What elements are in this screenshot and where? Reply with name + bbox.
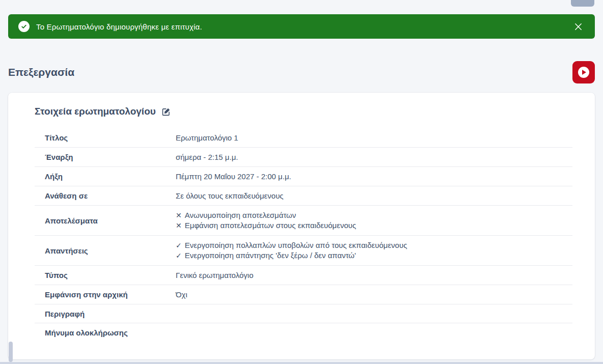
detail-row: Μήνυμα ολοκλήρωσης <box>35 323 572 342</box>
detail-row: Έναρξη σήμερα - 2:15 μ.μ. <box>35 148 572 167</box>
detail-value-line: σήμερα - 2:15 μ.μ. <box>176 152 572 162</box>
detail-label: Τύπος <box>45 271 176 279</box>
detail-row: Τύπος Γενικό ερωτηματολόγιο <box>35 266 572 285</box>
page-header: Επεξεργασία <box>8 57 595 88</box>
detail-value: Πέμπτη 20 Μαΐου 2027 - 2:00 μ.μ. <box>176 172 572 181</box>
detail-value-text: Ενεργοποίηση πολλαπλών υποβολών από τους… <box>185 240 407 250</box>
detail-value-text: σήμερα - 2:15 μ.μ. <box>176 152 238 162</box>
detail-value-line: Γενικό ερωτηματολόγιο <box>176 270 572 280</box>
detail-label: Περιγραφή <box>45 310 176 318</box>
detail-row: Εμφάνιση στην αρχική Όχι <box>35 285 572 304</box>
detail-value: ✓Ενεργοποίηση πολλαπλών υποβολών από του… <box>176 240 572 261</box>
detail-value-text: Ενεργοποίηση απάντησης 'δεν ξέρω / δεν α… <box>185 250 356 260</box>
check-mark-icon: ✓ <box>176 241 182 250</box>
detail-label: Μήνυμα ολοκλήρωσης <box>45 328 176 337</box>
detail-label: Τίτλος <box>45 133 176 142</box>
detail-value-line: Σε όλους τους εκπαιδευόμενους <box>176 191 572 201</box>
detail-value-text: Όχι <box>176 290 187 299</box>
cut-off-top-button[interactable] <box>571 0 594 7</box>
detail-label: Έναρξη <box>45 153 176 161</box>
detail-value: Όχι <box>176 290 572 299</box>
detail-value-text: Γενικό ερωτηματολόγιο <box>176 270 253 280</box>
detail-value: Σε όλους τους εκπαιδευόμενους <box>176 191 572 201</box>
detail-value-text: Εμφάνιση αποτελεσμάτων στους εκπαιδευόμε… <box>185 220 356 230</box>
detail-row: Τίτλος Ερωτηματολόγιο 1 <box>35 128 572 148</box>
check-mark-icon: ✓ <box>176 251 182 261</box>
detail-label: Απαντήσεις <box>45 246 176 255</box>
play-icon <box>578 67 589 78</box>
detail-value-line: ✕Ανωνυμοποίηση αποτελεσμάτων <box>176 210 572 220</box>
detail-label: Αποτελέσματα <box>45 216 176 225</box>
card-title-row: Στοιχεία ερωτηματολογίου <box>35 106 572 117</box>
card-title: Στοιχεία ερωτηματολογίου <box>35 106 156 117</box>
close-icon <box>574 22 583 31</box>
detail-value-line: Ερωτηματολόγιο 1 <box>176 133 572 143</box>
detail-value-line: ✓Ενεργοποίηση απάντησης 'δεν ξέρω / δεν … <box>176 250 572 261</box>
left-edge-scrollbar-thumb <box>9 342 13 362</box>
banner-message: Το Ερωτηματολόγιο δημιουργήθηκε με επιτυ… <box>36 22 202 31</box>
detail-value-text: Σε όλους τους εκπαιδευόμενους <box>176 191 284 201</box>
detail-value: ✕Ανωνυμοποίηση αποτελεσμάτων✕Εμφάνιση απ… <box>176 210 572 231</box>
pencil-square-icon <box>162 107 171 116</box>
details-table: Τίτλος Ερωτηματολόγιο 1 Έναρξη σήμερα - … <box>35 128 572 342</box>
close-button[interactable] <box>571 20 585 33</box>
detail-value-text: Ανωνυμοποίηση αποτελεσμάτων <box>185 210 296 220</box>
detail-value-line: Πέμπτη 20 Μαΐου 2027 - 2:00 μ.μ. <box>176 172 572 181</box>
cross-mark-icon: ✕ <box>176 211 182 220</box>
bottom-strip <box>0 362 603 364</box>
questionnaire-details-card: Στοιχεία ερωτηματολογίου Τίτλος Ερωτηματ… <box>8 93 595 359</box>
detail-value-line: Όχι <box>176 290 572 299</box>
detail-value: σήμερα - 2:15 μ.μ. <box>176 152 572 162</box>
detail-row: Ανάθεση σε Σε όλους τους εκπαιδευόμενους <box>35 186 572 206</box>
detail-row: Αποτελέσματα ✕Ανωνυμοποίηση αποτελεσμάτω… <box>35 206 572 236</box>
detail-label: Ανάθεση σε <box>45 191 176 200</box>
check-circle-icon <box>18 21 30 32</box>
cross-mark-icon: ✕ <box>176 221 182 231</box>
detail-row: Απαντήσεις ✓Ενεργοποίηση πολλαπλών υποβο… <box>35 236 572 266</box>
detail-value: Ερωτηματολόγιο 1 <box>176 133 572 143</box>
detail-value-text: Πέμπτη 20 Μαΐου 2027 - 2:00 μ.μ. <box>176 172 291 181</box>
detail-label: Λήξη <box>45 172 176 181</box>
detail-value: Γενικό ερωτηματολόγιο <box>176 270 572 280</box>
success-banner: Το Ερωτηματολόγιο δημιουργήθηκε με επιτυ… <box>8 14 595 39</box>
detail-value-text: Ερωτηματολόγιο 1 <box>176 133 238 143</box>
detail-value-line: ✕Εμφάνιση αποτελεσμάτων στους εκπαιδευόμ… <box>176 220 572 231</box>
detail-row: Περιγραφή <box>35 304 572 323</box>
edit-button[interactable] <box>161 106 172 117</box>
page-title: Επεξεργασία <box>8 66 74 78</box>
detail-row: Λήξη Πέμπτη 20 Μαΐου 2027 - 2:00 μ.μ. <box>35 167 572 186</box>
detail-label: Εμφάνιση στην αρχική <box>45 290 176 299</box>
detail-value-line: ✓Ενεργοποίηση πολλαπλών υποβολών από του… <box>176 240 572 250</box>
preview-button[interactable] <box>572 61 595 83</box>
